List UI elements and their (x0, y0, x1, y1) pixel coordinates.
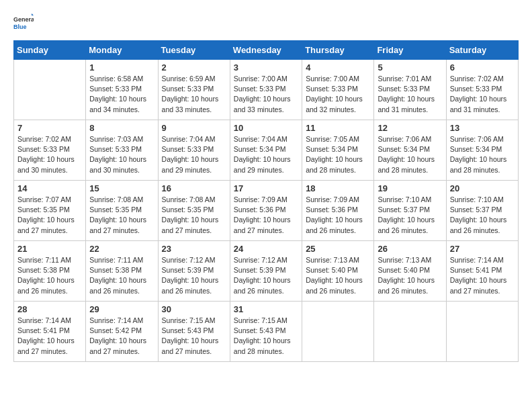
day-number: 11 (306, 123, 370, 133)
calendar-cell: 10Sunrise: 7:04 AMSunset: 5:34 PMDayligh… (230, 120, 302, 181)
header-tuesday: Tuesday (158, 41, 230, 60)
day-info: Sunrise: 7:00 AMSunset: 5:33 PMDaylight:… (306, 74, 370, 115)
calendar-cell: 21Sunrise: 7:11 AMSunset: 5:38 PMDayligh… (14, 241, 86, 302)
header-friday: Friday (374, 41, 446, 60)
day-info: Sunrise: 7:11 AMSunset: 5:38 PMDaylight:… (89, 255, 154, 296)
day-info: Sunrise: 7:12 AMSunset: 5:39 PMDaylight:… (162, 255, 226, 296)
header-sunday: Sunday (14, 41, 86, 60)
day-number: 1 (89, 62, 154, 73)
day-number: 8 (89, 123, 154, 133)
day-number: 26 (378, 244, 442, 254)
calendar-cell: 28Sunrise: 7:14 AMSunset: 5:41 PMDayligh… (14, 302, 86, 362)
day-info: Sunrise: 7:00 AMSunset: 5:33 PMDaylight:… (234, 74, 298, 115)
calendar-cell: 27Sunrise: 7:14 AMSunset: 5:41 PMDayligh… (446, 241, 518, 302)
calendar-cell: 3Sunrise: 7:00 AMSunset: 5:33 PMDaylight… (230, 60, 302, 120)
day-number: 5 (378, 62, 442, 73)
day-info: Sunrise: 6:59 AMSunset: 5:33 PMDaylight:… (162, 74, 226, 115)
calendar-cell: 31Sunrise: 7:15 AMSunset: 5:43 PMDayligh… (230, 302, 302, 362)
calendar-cell: 15Sunrise: 7:08 AMSunset: 5:35 PMDayligh… (86, 181, 158, 241)
day-info: Sunrise: 7:14 AMSunset: 5:41 PMDaylight:… (17, 316, 82, 357)
day-number: 27 (450, 244, 515, 254)
day-info: Sunrise: 7:08 AMSunset: 5:35 PMDaylight:… (89, 195, 154, 236)
day-info: Sunrise: 7:05 AMSunset: 5:34 PMDaylight:… (306, 134, 370, 175)
day-number: 16 (162, 183, 226, 193)
calendar-cell (14, 60, 86, 120)
day-number: 22 (89, 244, 154, 254)
calendar-cell: 2Sunrise: 6:59 AMSunset: 5:33 PMDaylight… (158, 60, 230, 120)
calendar-cell (446, 302, 518, 362)
day-info: Sunrise: 7:10 AMSunset: 5:37 PMDaylight:… (450, 195, 515, 236)
day-number: 10 (234, 123, 298, 133)
day-number: 24 (234, 244, 298, 254)
calendar-cell: 6Sunrise: 7:02 AMSunset: 5:33 PMDaylight… (446, 60, 518, 120)
day-info: Sunrise: 7:11 AMSunset: 5:38 PMDaylight:… (17, 255, 82, 296)
day-info: Sunrise: 7:03 AMSunset: 5:33 PMDaylight:… (89, 134, 154, 175)
day-info: Sunrise: 7:04 AMSunset: 5:34 PMDaylight:… (234, 134, 298, 175)
calendar-cell: 17Sunrise: 7:09 AMSunset: 5:36 PMDayligh… (230, 181, 302, 241)
day-number: 29 (89, 304, 154, 314)
day-number: 13 (450, 123, 515, 133)
day-number: 4 (306, 62, 370, 73)
day-number: 9 (162, 123, 226, 133)
day-number: 12 (378, 123, 442, 133)
logo-icon: General Blue (13, 13, 34, 34)
day-info: Sunrise: 7:13 AMSunset: 5:40 PMDaylight:… (378, 255, 442, 296)
header-wednesday: Wednesday (230, 41, 302, 60)
page-header: General Blue (13, 13, 519, 34)
calendar-cell: 16Sunrise: 7:08 AMSunset: 5:35 PMDayligh… (158, 181, 230, 241)
calendar-cell: 1Sunrise: 6:58 AMSunset: 5:33 PMDaylight… (86, 60, 158, 120)
calendar-cell: 9Sunrise: 7:04 AMSunset: 5:33 PMDaylight… (158, 120, 230, 181)
day-info: Sunrise: 7:04 AMSunset: 5:33 PMDaylight:… (162, 134, 226, 175)
day-number: 23 (162, 244, 226, 254)
day-number: 31 (234, 304, 298, 314)
day-number: 7 (17, 123, 82, 133)
calendar-cell: 26Sunrise: 7:13 AMSunset: 5:40 PMDayligh… (374, 241, 446, 302)
day-info: Sunrise: 7:15 AMSunset: 5:43 PMDaylight:… (162, 316, 226, 357)
week-row-3: 14Sunrise: 7:07 AMSunset: 5:35 PMDayligh… (14, 181, 519, 241)
day-number: 20 (450, 183, 515, 193)
day-number: 6 (450, 62, 515, 73)
day-number: 19 (378, 183, 442, 193)
week-row-1: 1Sunrise: 6:58 AMSunset: 5:33 PMDaylight… (14, 60, 519, 120)
calendar-cell: 7Sunrise: 7:02 AMSunset: 5:33 PMDaylight… (14, 120, 86, 181)
calendar-cell: 12Sunrise: 7:06 AMSunset: 5:34 PMDayligh… (374, 120, 446, 181)
calendar-cell: 24Sunrise: 7:12 AMSunset: 5:39 PMDayligh… (230, 241, 302, 302)
calendar-cell: 19Sunrise: 7:10 AMSunset: 5:37 PMDayligh… (374, 181, 446, 241)
calendar-cell: 5Sunrise: 7:01 AMSunset: 5:33 PMDaylight… (374, 60, 446, 120)
day-number: 28 (17, 304, 82, 314)
day-number: 30 (162, 304, 226, 314)
day-number: 2 (162, 62, 226, 73)
header-monday: Monday (86, 41, 158, 60)
day-info: Sunrise: 7:07 AMSunset: 5:35 PMDaylight:… (17, 195, 82, 236)
day-info: Sunrise: 7:02 AMSunset: 5:33 PMDaylight:… (450, 74, 515, 115)
calendar-table: SundayMondayTuesdayWednesdayThursdayFrid… (13, 40, 519, 362)
day-info: Sunrise: 7:06 AMSunset: 5:34 PMDaylight:… (450, 134, 515, 175)
day-number: 25 (306, 244, 370, 254)
calendar-cell: 22Sunrise: 7:11 AMSunset: 5:38 PMDayligh… (86, 241, 158, 302)
calendar-cell: 14Sunrise: 7:07 AMSunset: 5:35 PMDayligh… (14, 181, 86, 241)
svg-marker-1 (32, 13, 34, 15)
svg-text:Blue: Blue (13, 24, 27, 30)
day-info: Sunrise: 7:09 AMSunset: 5:36 PMDaylight:… (306, 195, 370, 236)
day-info: Sunrise: 7:02 AMSunset: 5:33 PMDaylight:… (17, 134, 82, 175)
header-thursday: Thursday (302, 41, 374, 60)
calendar-cell (374, 302, 446, 362)
day-number: 14 (17, 183, 82, 193)
calendar-cell: 25Sunrise: 7:13 AMSunset: 5:40 PMDayligh… (302, 241, 374, 302)
day-info: Sunrise: 7:09 AMSunset: 5:36 PMDaylight:… (234, 195, 298, 236)
day-info: Sunrise: 7:12 AMSunset: 5:39 PMDaylight:… (234, 255, 298, 296)
day-info: Sunrise: 6:58 AMSunset: 5:33 PMDaylight:… (89, 74, 154, 115)
day-info: Sunrise: 7:14 AMSunset: 5:41 PMDaylight:… (450, 255, 515, 296)
calendar-cell: 13Sunrise: 7:06 AMSunset: 5:34 PMDayligh… (446, 120, 518, 181)
svg-text:General: General (13, 16, 34, 23)
day-info: Sunrise: 7:13 AMSunset: 5:40 PMDaylight:… (306, 255, 370, 296)
week-row-4: 21Sunrise: 7:11 AMSunset: 5:38 PMDayligh… (14, 241, 519, 302)
day-info: Sunrise: 7:06 AMSunset: 5:34 PMDaylight:… (378, 134, 442, 175)
calendar-cell: 11Sunrise: 7:05 AMSunset: 5:34 PMDayligh… (302, 120, 374, 181)
day-info: Sunrise: 7:15 AMSunset: 5:43 PMDaylight:… (234, 316, 298, 357)
calendar-header-row: SundayMondayTuesdayWednesdayThursdayFrid… (14, 41, 519, 60)
calendar-cell (302, 302, 374, 362)
week-row-2: 7Sunrise: 7:02 AMSunset: 5:33 PMDaylight… (14, 120, 519, 181)
logo: General Blue (13, 13, 34, 34)
day-number: 3 (234, 62, 298, 73)
